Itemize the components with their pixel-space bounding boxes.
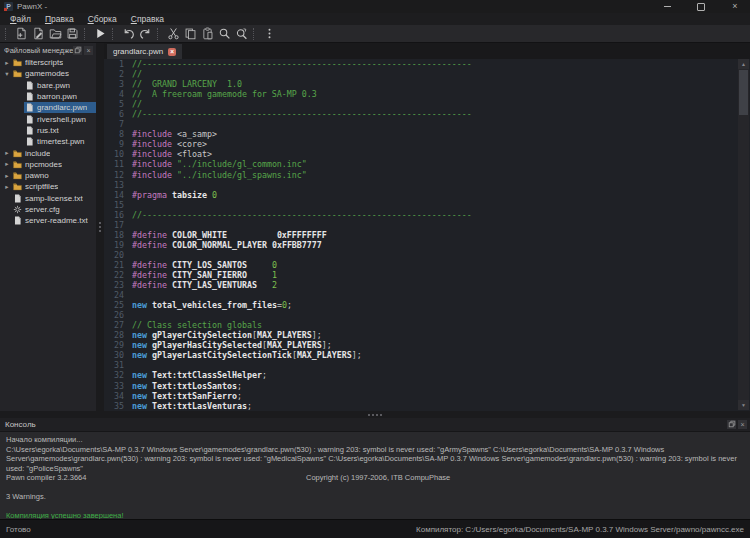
tree-item-include[interactable]: ▸include	[0, 147, 96, 158]
menu-item-file[interactable]: Файл	[3, 14, 38, 24]
chevron-right-icon[interactable]: ▸	[2, 58, 12, 68]
minimize-button[interactable]	[662, 2, 672, 12]
tree-item-bare-pwn[interactable]: bare.pwn	[0, 80, 96, 91]
code-line-1[interactable]: 1//-------------------------------------…	[104, 59, 737, 69]
find-button[interactable]	[216, 26, 233, 41]
tree-item-npcmodes[interactable]: ▸npcmodes	[0, 159, 96, 170]
open-folder-button[interactable]	[47, 26, 64, 41]
tree-item-barron-pwn[interactable]: barron.pwn	[0, 91, 96, 102]
menu-item-edit[interactable]: Правка	[38, 14, 81, 24]
tree-item-grandlarc-pwn[interactable]: grandlarc.pwn	[0, 102, 96, 113]
tree-item-server-cfg[interactable]: server.cfg	[0, 204, 96, 215]
panel-float-button[interactable]	[73, 46, 82, 55]
scroll-down-button[interactable]: ▼	[738, 400, 749, 410]
chevron-right-icon[interactable]: ▸	[2, 159, 12, 169]
line-number: 23	[104, 280, 132, 290]
menu-bar: ФайлПравкаСборкаСправка	[0, 13, 750, 25]
edit-file-button[interactable]	[30, 26, 47, 41]
code-line-16[interactable]: 16//------------------------------------…	[104, 210, 737, 220]
code-line-17[interactable]: 17	[104, 220, 737, 230]
code-line-31[interactable]: 31	[104, 360, 737, 370]
code-line-27[interactable]: 27// Class selection globals	[104, 320, 737, 330]
replace-button[interactable]	[233, 26, 250, 41]
cut-button[interactable]	[165, 26, 182, 41]
code-line-6[interactable]: 6//-------------------------------------…	[104, 109, 737, 119]
code-text: new Text:txtLasVenturas;	[132, 401, 252, 411]
code-line-24[interactable]: 24	[104, 290, 737, 300]
paste-button[interactable]	[199, 26, 216, 41]
code-line-30[interactable]: 30new gPlayerLastCitySelectionTick[MAX_P…	[104, 350, 737, 360]
code-line-3[interactable]: 3// GRAND LARCENY 1.0	[104, 79, 737, 89]
compiler-copyright: Copyright (c) 1997-2006, ITB CompuPhase	[306, 473, 450, 483]
code-line-11[interactable]: 11#include "../include/gl_common.inc"	[104, 159, 737, 169]
tree-item-timertest-pwn[interactable]: timertest.pwn	[0, 136, 96, 147]
code-line-14[interactable]: 14#pragma tabsize 0	[104, 190, 737, 200]
code-line-35[interactable]: 35new Text:txtLasVenturas;	[104, 401, 737, 411]
console-float-button[interactable]	[727, 420, 736, 429]
redo-button[interactable]	[137, 26, 154, 41]
code-line-18[interactable]: 18#define COLOR_WHITE 0xFFFFFFFF	[104, 230, 737, 240]
horizontal-splitter[interactable]	[0, 411, 750, 418]
scroll-up-button[interactable]: ▲	[738, 59, 749, 69]
tree-item-rivershell-pwn[interactable]: rivershell.pwn	[0, 113, 96, 124]
code-line-10[interactable]: 10#include <float>	[104, 149, 737, 159]
new-file-button[interactable]	[13, 26, 30, 41]
tree-item-server-readme-txt[interactable]: server-readme.txt	[0, 215, 96, 226]
code-line-21[interactable]: 21#define CITY_LOS_SANTOS 0	[104, 260, 737, 270]
tree-item-gamemodes[interactable]: ▾gamemodes	[0, 68, 96, 79]
tree-item-pawno[interactable]: ▸pawno	[0, 170, 96, 181]
tab-grandlarc[interactable]: grandlarc.pwn ×	[107, 44, 182, 59]
toolbar-overflow-button[interactable]	[261, 26, 278, 41]
code-line-32[interactable]: 32new Text:txtClassSelHelper;	[104, 370, 737, 380]
code-line-19[interactable]: 19#define COLOR_NORMAL_PLAYER 0xFFBB7777	[104, 240, 737, 250]
code-line-33[interactable]: 33new Text:txtLosSantos;	[104, 381, 737, 391]
line-number: 25	[104, 300, 132, 310]
tree-item-scriptfiles[interactable]: ▸scriptfiles	[0, 181, 96, 192]
copy-button[interactable]	[182, 26, 199, 41]
code-line-5[interactable]: 5//	[104, 99, 737, 109]
undo-button[interactable]	[120, 26, 137, 41]
folder-icon	[13, 149, 22, 158]
line-number: 33	[104, 381, 132, 391]
code-line-15[interactable]: 15	[104, 200, 737, 210]
code-editor[interactable]: 1//-------------------------------------…	[104, 59, 737, 411]
maximize-button[interactable]	[696, 2, 706, 12]
chevron-right-icon[interactable]: ▸	[2, 171, 12, 181]
chevron-right-icon[interactable]: ▸	[2, 148, 12, 158]
code-line-7[interactable]: 7	[104, 119, 737, 129]
code-line-26[interactable]: 26	[104, 310, 737, 320]
compile-run-button[interactable]	[92, 26, 109, 41]
code-line-2[interactable]: 2//	[104, 69, 737, 79]
close-button[interactable]: ×	[730, 2, 740, 12]
tree-item-rus-txt[interactable]: rus.txt	[0, 125, 96, 136]
line-number: 12	[104, 170, 132, 180]
menu-item-build[interactable]: Сборка	[81, 14, 124, 24]
code-line-22[interactable]: 22#define CITY_SAN_FIERRO 1	[104, 270, 737, 280]
console-close-button[interactable]: ×	[738, 420, 747, 429]
vertical-splitter[interactable]	[96, 43, 104, 411]
code-line-23[interactable]: 23#define CITY_LAS_VENTURAS 2	[104, 280, 737, 290]
code-line-29[interactable]: 29new gPlayerHasCitySelected[MAX_PLAYERS…	[104, 340, 737, 350]
code-line-25[interactable]: 25new total_vehicles_from_files=0;	[104, 300, 737, 310]
code-line-28[interactable]: 28new gPlayerCitySelection[MAX_PLAYERS];	[104, 330, 737, 340]
chevron-right-icon[interactable]: ▸	[2, 182, 12, 192]
code-line-4[interactable]: 4// A freeroam gamemode for SA-MP 0.3	[104, 89, 737, 99]
tree-item-samp-license-txt[interactable]: samp-license.txt	[0, 193, 96, 204]
copy-icon	[184, 27, 197, 40]
panel-close-button[interactable]: ×	[84, 46, 93, 55]
code-line-34[interactable]: 34new Text:txtSanFierro;	[104, 391, 737, 401]
menu-item-help[interactable]: Справка	[124, 14, 171, 24]
code-line-20[interactable]: 20	[104, 250, 737, 260]
save-button[interactable]	[64, 26, 81, 41]
chevron-down-icon[interactable]: ▾	[2, 69, 12, 79]
code-line-9[interactable]: 9#include <core>	[104, 139, 737, 149]
tab-close-icon[interactable]: ×	[168, 48, 176, 56]
code-text: new total_vehicles_from_files=0;	[132, 300, 292, 310]
code-line-12[interactable]: 12#include "../include/gl_spawns.inc"	[104, 170, 737, 180]
editor-vertical-scrollbar[interactable]: ▲ ▼	[738, 59, 749, 410]
code-line-13[interactable]: 13	[104, 180, 737, 190]
code-text: #define COLOR_NORMAL_PLAYER 0xFFBB7777	[132, 240, 322, 250]
tree-item-filterscripts[interactable]: ▸filterscripts	[0, 57, 96, 68]
scroll-thumb[interactable]	[739, 70, 748, 115]
code-line-8[interactable]: 8#include <a_samp>	[104, 129, 737, 139]
